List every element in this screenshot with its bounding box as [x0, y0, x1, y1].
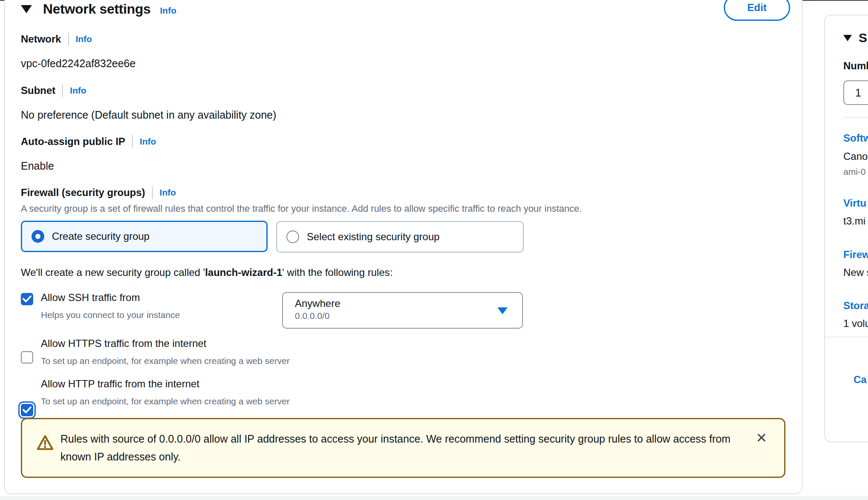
- create-note-prefix: We'll create a new security group called…: [21, 267, 205, 278]
- field-autoassign-label: Auto-assign public IP Info: [21, 135, 156, 148]
- section-header: Network settings Info: [21, 1, 177, 17]
- page: Network settings Info Edit Network Info …: [0, 0, 868, 500]
- subnet-info-link[interactable]: Info: [70, 85, 86, 96]
- allow-https-label: Allow HTTPS traffic from the internet: [41, 338, 206, 349]
- allow-https-sublabel: To set up an endpoint, for example when …: [41, 356, 290, 366]
- section-info-link[interactable]: Info: [160, 6, 176, 16]
- allow-ssh-label: Allow SSH traffic from: [41, 292, 140, 304]
- divider: [152, 186, 153, 199]
- allow-http-checkbox[interactable]: [21, 404, 33, 416]
- network-value: vpc-0fed2242af832ee6e: [21, 57, 136, 70]
- subnet-value: No preference (Default subnet in any ava…: [21, 109, 276, 121]
- divider: [62, 84, 63, 97]
- collapse-caret-icon[interactable]: [843, 35, 852, 41]
- instance-count-input[interactable]: [843, 80, 868, 105]
- edit-button[interactable]: Edit: [724, 0, 790, 21]
- chevron-down-icon: [497, 307, 508, 314]
- divider: [825, 337, 868, 338]
- summary-panel-card: S Numb Softw Cano ami-0 Virtu t3.mi Fire…: [824, 15, 868, 442]
- autoassign-info-link[interactable]: Info: [140, 136, 156, 147]
- ssh-source-cidr: 0.0.0.0/0: [295, 311, 522, 321]
- ami-id: ami-0: [843, 167, 866, 177]
- firewall-description: A security group is a set of firewall ru…: [21, 203, 582, 214]
- create-note-group-name: launch-wizard-1: [205, 267, 282, 278]
- software-image-link[interactable]: Softw: [843, 132, 868, 144]
- radio-unselected-icon[interactable]: [286, 230, 299, 243]
- field-subnet-label: Subnet Info: [21, 84, 86, 97]
- radio-selected-icon[interactable]: [31, 230, 44, 243]
- network-label: Network: [21, 33, 61, 45]
- section-title: Network settings: [43, 1, 151, 17]
- storage-summary-link[interactable]: Stora: [843, 300, 868, 312]
- create-note: We'll create a new security group called…: [21, 267, 393, 278]
- check-icon: [23, 295, 31, 303]
- open-cidr-warning-alert: Rules with source of 0.0.0.0/0 allow all…: [21, 418, 785, 478]
- divider: [132, 135, 133, 148]
- select-existing-security-group-label: Select existing security group: [307, 231, 440, 243]
- number-of-instances-label: Numb: [843, 60, 868, 72]
- create-security-group-option[interactable]: Create security group: [21, 221, 268, 252]
- network-info-link[interactable]: Info: [76, 34, 92, 44]
- select-existing-security-group-option[interactable]: Select existing security group: [276, 221, 524, 253]
- autoassign-label: Auto-assign public IP: [21, 136, 125, 148]
- allow-http-label: Allow HTTP traffic from the internet: [41, 378, 200, 390]
- summary-title: S: [859, 31, 867, 45]
- firewall-summary-link[interactable]: Firew: [843, 249, 868, 261]
- autoassign-value: Enable: [21, 160, 54, 172]
- firewall-info-link[interactable]: Info: [160, 188, 176, 198]
- divider: [68, 33, 69, 45]
- page-bottom-strip: [0, 496, 868, 500]
- allow-http-sublabel: To set up an endpoint, for example when …: [41, 396, 290, 406]
- ssh-source-selected: Anywhere: [295, 298, 522, 310]
- create-security-group-label: Create security group: [52, 230, 149, 242]
- create-note-suffix: ' with the following rules:: [282, 267, 392, 278]
- ssh-source-dropdown[interactable]: Anywhere 0.0.0.0/0: [282, 292, 523, 329]
- firewall-summary-value: New s: [843, 267, 868, 278]
- divider: [843, 117, 868, 118]
- virtual-server-type-link[interactable]: Virtu: [843, 197, 866, 209]
- storage-summary-value: 1 volu: [843, 318, 868, 330]
- warning-text: Rules with source of 0.0.0.0/0 allow all…: [60, 430, 741, 466]
- instance-type-value: t3.mi: [843, 215, 865, 227]
- network-settings-card: Network settings Info Edit Network Info …: [4, 0, 802, 494]
- allow-ssh-sublabel: Helps you connect to your instance: [41, 310, 180, 320]
- allow-ssh-checkbox[interactable]: [21, 293, 33, 305]
- field-network-label: Network Info: [21, 33, 92, 45]
- close-icon[interactable]: ✕: [756, 431, 767, 445]
- cancel-link[interactable]: Ca: [854, 374, 867, 386]
- firewall-label: Firewall (security groups): [21, 187, 145, 199]
- subnet-label: Subnet: [21, 85, 55, 97]
- warning-triangle-icon: [36, 435, 54, 451]
- check-icon: [23, 406, 31, 414]
- software-image-name: Cano: [843, 151, 868, 162]
- summary-header: S: [843, 31, 867, 45]
- collapse-caret-icon[interactable]: [21, 5, 32, 13]
- allow-https-checkbox[interactable]: [21, 351, 33, 364]
- field-firewall-label: Firewall (security groups) Info: [21, 186, 176, 199]
